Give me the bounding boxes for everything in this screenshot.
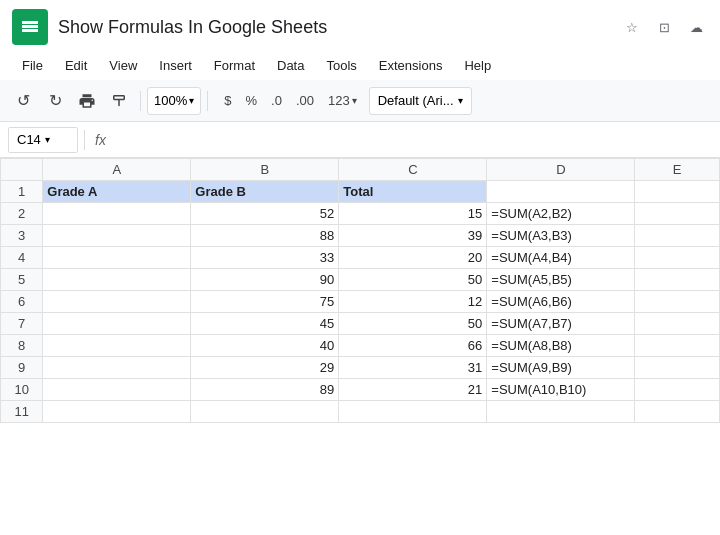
star-icon[interactable]: ☆	[620, 15, 644, 39]
font-selector[interactable]: Default (Ari... ▾	[369, 87, 472, 115]
cell-d3[interactable]: =SUM(A3,B3)	[487, 225, 635, 247]
cell-b3[interactable]: 88	[191, 225, 339, 247]
zoom-arrow: ▾	[189, 95, 194, 106]
menu-insert[interactable]: Insert	[149, 54, 202, 77]
cell-c4[interactable]: 20	[339, 247, 487, 269]
cell-b10[interactable]: 89	[191, 379, 339, 401]
cell-d2[interactable]: =SUM(A2,B2)	[487, 203, 635, 225]
cell-b5[interactable]: 90	[191, 269, 339, 291]
menu-data[interactable]: Data	[267, 54, 314, 77]
cell-c3[interactable]: 39	[339, 225, 487, 247]
cell-ref-dropdown-arrow: ▾	[45, 134, 50, 145]
header-cell-b[interactable]: Grade B	[191, 181, 339, 203]
cell-e11[interactable]	[635, 401, 720, 423]
cell-c11[interactable]	[339, 401, 487, 423]
cell-reference-box[interactable]: C14 ▾	[8, 127, 78, 153]
formula-input[interactable]	[116, 127, 712, 153]
cell-d11[interactable]	[487, 401, 635, 423]
drive-icon[interactable]: ⊡	[652, 15, 676, 39]
table-row: 25215=SUM(A2,B2)	[1, 203, 720, 225]
inc-decimals-button[interactable]: .00	[290, 87, 320, 115]
cell-a3[interactable]	[43, 225, 191, 247]
menu-file[interactable]: File	[12, 54, 53, 77]
cell-b4[interactable]: 33	[191, 247, 339, 269]
title-icons: ☆ ⊡ ☁	[620, 15, 708, 39]
col-header-c[interactable]: C	[339, 159, 487, 181]
cell-d7[interactable]: =SUM(A7,B7)	[487, 313, 635, 335]
cell-a5[interactable]	[43, 269, 191, 291]
cell-a10[interactable]	[43, 379, 191, 401]
cell-c6[interactable]: 12	[339, 291, 487, 313]
currency-button[interactable]: $	[218, 87, 237, 115]
cell-d5[interactable]: =SUM(A5,B5)	[487, 269, 635, 291]
cell-a2[interactable]	[43, 203, 191, 225]
menu-format[interactable]: Format	[204, 54, 265, 77]
header-cell-a[interactable]: Grade A	[43, 181, 191, 203]
paint-format-button[interactable]	[104, 86, 134, 116]
col-header-e[interactable]: E	[635, 159, 720, 181]
cell-d4[interactable]: =SUM(A4,B4)	[487, 247, 635, 269]
cell-a7[interactable]	[43, 313, 191, 335]
cell-e4[interactable]	[635, 247, 720, 269]
cell-c10[interactable]: 21	[339, 379, 487, 401]
cell-b9[interactable]: 29	[191, 357, 339, 379]
print-button[interactable]	[72, 86, 102, 116]
cell-e2[interactable]	[635, 203, 720, 225]
table-row: 92931=SUM(A9,B9)	[1, 357, 720, 379]
row-number: 1	[1, 181, 43, 203]
cell-b6[interactable]: 75	[191, 291, 339, 313]
row-number: 3	[1, 225, 43, 247]
header-cell-c[interactable]: Total	[339, 181, 487, 203]
svg-rect-9	[34, 29, 38, 32]
col-header-b[interactable]: B	[191, 159, 339, 181]
cell-e3[interactable]	[635, 225, 720, 247]
cell-c5[interactable]: 50	[339, 269, 487, 291]
col-header-a[interactable]: A	[43, 159, 191, 181]
menu-help[interactable]: Help	[454, 54, 501, 77]
table-row: 43320=SUM(A4,B4)	[1, 247, 720, 269]
formula-bar-divider	[84, 130, 85, 150]
cell-c7[interactable]: 50	[339, 313, 487, 335]
cell-e6[interactable]	[635, 291, 720, 313]
menu-view[interactable]: View	[99, 54, 147, 77]
cell-d9[interactable]: =SUM(A9,B9)	[487, 357, 635, 379]
cell-e5[interactable]	[635, 269, 720, 291]
menu-edit[interactable]: Edit	[55, 54, 97, 77]
cloud-icon[interactable]: ☁	[684, 15, 708, 39]
menu-extensions[interactable]: Extensions	[369, 54, 453, 77]
cell-b2[interactable]: 52	[191, 203, 339, 225]
cell-a4[interactable]	[43, 247, 191, 269]
row-number: 8	[1, 335, 43, 357]
cell-b7[interactable]: 45	[191, 313, 339, 335]
cell-d6[interactable]: =SUM(A6,B6)	[487, 291, 635, 313]
cell-b11[interactable]	[191, 401, 339, 423]
dec-decimals-button[interactable]: .0	[265, 87, 288, 115]
cell-a11[interactable]	[43, 401, 191, 423]
cell-a6[interactable]	[43, 291, 191, 313]
undo-button[interactable]: ↺	[8, 86, 38, 116]
more-formats-button[interactable]: 123 ▾	[322, 87, 363, 115]
cell-b8[interactable]: 40	[191, 335, 339, 357]
cell-c9[interactable]: 31	[339, 357, 487, 379]
redo-button[interactable]: ↻	[40, 86, 70, 116]
cell-d10[interactable]: =SUM(A10,B10)	[487, 379, 635, 401]
cell-d1[interactable]	[487, 181, 635, 203]
zoom-selector[interactable]: 100% ▾	[147, 87, 201, 115]
cell-e1[interactable]	[635, 181, 720, 203]
cell-e8[interactable]	[635, 335, 720, 357]
cell-c2[interactable]: 15	[339, 203, 487, 225]
cell-c8[interactable]: 66	[339, 335, 487, 357]
table-row: 38839=SUM(A3,B3)	[1, 225, 720, 247]
cell-a9[interactable]	[43, 357, 191, 379]
menu-tools[interactable]: Tools	[316, 54, 366, 77]
percent-button[interactable]: %	[239, 87, 263, 115]
cell-e7[interactable]	[635, 313, 720, 335]
cell-d8[interactable]: =SUM(A8,B8)	[487, 335, 635, 357]
row-number: 11	[1, 401, 43, 423]
cell-e9[interactable]	[635, 357, 720, 379]
menu-bar: File Edit View Insert Format Data Tools …	[0, 50, 720, 80]
col-header-d[interactable]: D	[487, 159, 635, 181]
cell-e10[interactable]	[635, 379, 720, 401]
svg-rect-3	[34, 21, 38, 24]
cell-a8[interactable]	[43, 335, 191, 357]
